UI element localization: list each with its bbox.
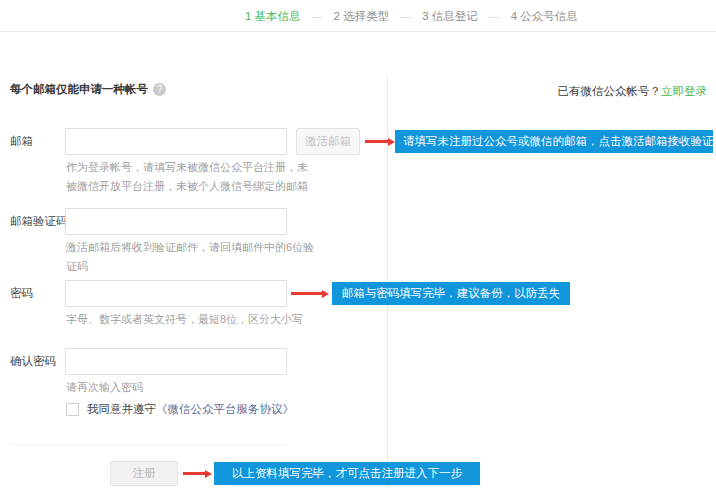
agreement-prefix: 我同意并遵守 [87, 403, 156, 415]
annotation-register-callout: 以上资料填写完毕，才可点击注册进入下一步 [214, 462, 480, 485]
annotation-password-callout: 邮箱与密码填写完毕，建议备份，以防丢失 [332, 282, 570, 305]
email-code-helper-text: 激活邮箱后将收到验证邮件，请回填邮件中的6位验证码 [66, 238, 316, 276]
email-input[interactable] [65, 128, 287, 155]
step-separator: — [400, 10, 411, 22]
horizontal-divider [10, 444, 287, 445]
arrow-email-annotation [365, 137, 395, 146]
email-limit-note-text: 每个邮箱仅能申请一种帐号 [10, 82, 148, 97]
step-choose-type: 2 选择类型 [334, 9, 390, 24]
confirm-password-helper-text: 请再次输入密码 [66, 378, 316, 397]
step-separator: — [489, 10, 500, 22]
step-header: 1 基本信息 — 2 选择类型 — 3 信息登记 — 4 公众号信息 [0, 0, 716, 32]
email-label: 邮箱 [10, 128, 66, 155]
arrow-password-annotation [291, 289, 329, 298]
register-button[interactable]: 注册 [110, 461, 178, 486]
login-now-link[interactable]: 立即登录 [661, 85, 707, 97]
step-info-register: 3 信息登记 [422, 9, 478, 24]
password-label: 密码 [10, 280, 66, 307]
arrow-register-annotation [183, 469, 212, 478]
agreement-checkbox[interactable] [66, 403, 79, 416]
step-separator: — [312, 10, 323, 22]
confirm-password-label: 确认密码 [10, 348, 66, 375]
existing-account-row: 已有微信公众帐号？立即登录 [558, 84, 708, 99]
email-helper-text: 作为登录帐号，请填写未被微信公众平台注册，未被微信开放平台注册，未被个人微信号绑… [66, 158, 316, 196]
activate-email-button[interactable]: 激活邮箱 [296, 128, 360, 155]
email-code-input[interactable] [65, 208, 287, 235]
registration-page: 1 基本信息 — 2 选择类型 — 3 信息登记 — 4 公众号信息 每个邮箱仅… [0, 0, 716, 488]
question-icon[interactable]: ? [153, 83, 166, 96]
existing-account-text: 已有微信公众帐号？ [558, 85, 662, 97]
email-limit-note: 每个邮箱仅能申请一种帐号 ? [10, 82, 166, 97]
password-helper-text: 字母、数字或者英文符号，最短8位，区分大小写 [66, 310, 316, 329]
password-input[interactable] [65, 280, 287, 307]
service-agreement-link[interactable]: 《微信公众平台服务协议》 [156, 403, 294, 415]
annotation-email-callout: 请填写未注册过公众号或微信的邮箱，点击激活邮箱接收验证码 [395, 130, 713, 153]
email-code-label: 邮箱验证码 [10, 208, 66, 235]
step-basic-info: 1 基本信息 [245, 9, 301, 24]
agreement-row: 我同意并遵守《微信公众平台服务协议》 [66, 402, 294, 417]
confirm-password-input[interactable] [65, 348, 287, 375]
step-indicator: 1 基本信息 — 2 选择类型 — 3 信息登记 — 4 公众号信息 [245, 0, 578, 32]
step-account-info: 4 公众号信息 [511, 9, 578, 24]
agreement-text: 我同意并遵守《微信公众平台服务协议》 [87, 402, 294, 417]
